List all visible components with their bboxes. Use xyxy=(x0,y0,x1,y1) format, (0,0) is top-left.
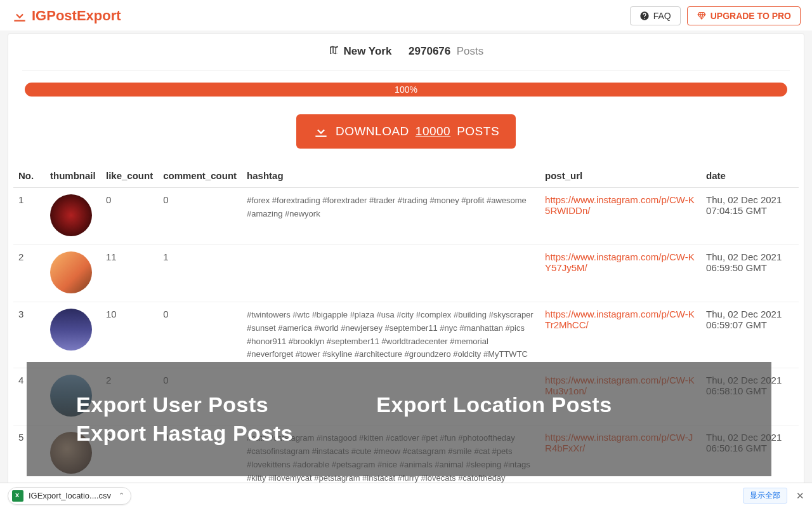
cell-date: Thu, 02 Dec 2021 07:04:15 GMT xyxy=(701,188,799,245)
post-link[interactable]: https://www.instagram.com/p/CW-JR4bFxXr/ xyxy=(545,432,693,453)
download-bar-right: 显示全部 ✕ xyxy=(743,488,804,504)
cell-post-url: https://www.instagram.com/p/CW-KY57Jy5M/ xyxy=(540,245,701,302)
cell-no: 1 xyxy=(13,188,45,245)
location-name: New York xyxy=(343,45,391,57)
table-body: 100#forex #forextrading #forextrader #tr… xyxy=(13,188,799,491)
thumbnail-image xyxy=(50,432,92,474)
download-suffix: POSTS xyxy=(457,124,499,138)
table-head: No. thumbnail like_count comment_count h… xyxy=(13,164,799,188)
faq-button[interactable]: FAQ xyxy=(630,6,681,25)
post-link[interactable]: https://www.instagram.com/p/CW-KY57Jy5M/ xyxy=(545,251,695,273)
cell-like-count: 2 xyxy=(101,368,158,425)
map-icon xyxy=(329,45,339,56)
cell-thumbnail xyxy=(45,425,101,491)
cell-no: 2 xyxy=(13,245,45,302)
post-link[interactable]: https://www.instagram.com/p/CW-KTr2MhCC/ xyxy=(545,309,695,330)
brand-logo: IGPostExport xyxy=(11,8,121,24)
th-date: date xyxy=(701,164,799,188)
cell-post-url: https://www.instagram.com/p/CW-JR4bFxXr/ xyxy=(540,425,701,491)
cell-no: 5 xyxy=(13,425,45,491)
cell-thumbnail xyxy=(45,368,101,425)
cell-hashtag xyxy=(242,245,540,302)
cell-like-count: 0 xyxy=(101,188,158,245)
table-row: 100#forex #forextrading #forextrader #tr… xyxy=(13,188,799,245)
table-row: 420https://www.instagram.com/p/CW-KMu3v1… xyxy=(13,368,799,425)
table-row: 2111https://www.instagram.com/p/CW-KY57J… xyxy=(13,245,799,302)
thumbnail-image xyxy=(50,251,92,293)
main-card: New York 2970676 Posts 100% DOWNLOAD 100… xyxy=(8,33,804,492)
cell-no: 3 xyxy=(13,302,45,368)
faq-label: FAQ xyxy=(653,11,671,21)
cell-like-count: 2 xyxy=(101,425,158,491)
download-filename: IGExport_locatio....csv xyxy=(29,491,111,500)
cell-thumbnail xyxy=(45,302,101,368)
cell-comment-count: 1 xyxy=(158,245,242,302)
download-prefix: DOWNLOAD xyxy=(336,124,409,138)
posts-label: Posts xyxy=(454,45,483,57)
cell-post-url: https://www.instagram.com/p/CW-K5RWIDDn/ xyxy=(540,188,701,245)
post-count: 2970676 xyxy=(409,45,450,57)
progress-bar: 100% xyxy=(25,83,787,97)
download-bar: IGExport_locatio....csv ⌃ 显示全部 ✕ xyxy=(0,483,812,508)
upgrade-button[interactable]: UPGRADE TO PRO xyxy=(687,6,801,25)
download-button[interactable]: DOWNLOAD 10000 POSTS xyxy=(296,114,516,149)
excel-icon xyxy=(12,490,23,502)
cell-hashtag: #forex #forextrading #forextrader #trade… xyxy=(242,188,540,245)
th-comment-count: comment_count xyxy=(158,164,242,188)
table-row: 3100#twintowers #wtc #bigapple #plaza #u… xyxy=(13,302,799,368)
table-row: 520#cats #catstagram #instagood #kitten … xyxy=(13,425,799,491)
cell-comment-count: 0 xyxy=(158,188,242,245)
cell-post-url: https://www.instagram.com/p/CW-KMu3v1on/ xyxy=(540,368,701,425)
th-hashtag: hashtag xyxy=(242,164,540,188)
post-link[interactable]: https://www.instagram.com/p/CW-KMu3v1on/ xyxy=(545,375,695,396)
cell-date: Thu, 02 Dec 2021 06:59:50 GMT xyxy=(701,245,799,302)
cell-date: Thu, 02 Dec 2021 06:58:10 GMT xyxy=(701,368,799,425)
cell-hashtag: #twintowers #wtc #bigapple #plaza #usa #… xyxy=(242,302,540,368)
cell-thumbnail xyxy=(45,188,101,245)
close-icon[interactable]: ✕ xyxy=(796,490,804,502)
progress-label: 100% xyxy=(395,84,417,95)
cell-thumbnail xyxy=(45,245,101,302)
download-arrow-icon xyxy=(11,8,28,24)
thumbnail-image xyxy=(50,375,92,417)
cell-comment-count: 0 xyxy=(158,425,242,491)
brand-name: IGPostExport xyxy=(32,8,121,24)
post-link[interactable]: https://www.instagram.com/p/CW-K5RWIDDn/ xyxy=(545,194,695,216)
cell-like-count: 10 xyxy=(101,302,158,368)
download-row: DOWNLOAD 10000 POSTS xyxy=(8,97,804,164)
cell-post-url: https://www.instagram.com/p/CW-KTr2MhCC/ xyxy=(540,302,701,368)
top-actions: FAQ UPGRADE TO PRO xyxy=(630,6,801,25)
cell-comment-count: 0 xyxy=(158,368,242,425)
download-chip[interactable]: IGExport_locatio....csv ⌃ xyxy=(8,487,131,505)
chevron-up-icon[interactable]: ⌃ xyxy=(119,491,124,500)
topbar: IGPostExport FAQ UPGRADE TO PRO xyxy=(0,0,812,30)
cell-hashtag xyxy=(242,368,540,425)
cell-date: Thu, 02 Dec 2021 06:59:07 GMT xyxy=(701,302,799,368)
th-post-url: post_url xyxy=(540,164,701,188)
th-no: No. xyxy=(13,164,45,188)
cell-no: 4 xyxy=(13,368,45,425)
progress-fill: 100% xyxy=(25,83,787,97)
cell-comment-count: 0 xyxy=(158,302,242,368)
thumbnail-image xyxy=(50,194,92,236)
cell-like-count: 11 xyxy=(101,245,158,302)
posts-table: No. thumbnail like_count comment_count h… xyxy=(13,164,799,491)
cell-hashtag: #cats #catstagram #instagood #kitten #ca… xyxy=(242,425,540,491)
th-like-count: like_count xyxy=(101,164,158,188)
download-icon xyxy=(313,123,329,140)
download-count: 10000 xyxy=(416,124,450,138)
progress-wrap: 100% xyxy=(25,83,787,97)
cell-date: Thu, 02 Dec 2021 06:50:16 GMT xyxy=(701,425,799,491)
thumbnail-image xyxy=(50,309,92,351)
show-all-button[interactable]: 显示全部 xyxy=(743,488,787,504)
upgrade-label: UPGRADE TO PRO xyxy=(710,11,791,21)
question-circle-icon xyxy=(639,11,650,21)
th-thumbnail: thumbnail xyxy=(45,164,101,188)
summary-bar: New York 2970676 Posts xyxy=(22,45,790,71)
diamond-icon xyxy=(697,11,707,21)
